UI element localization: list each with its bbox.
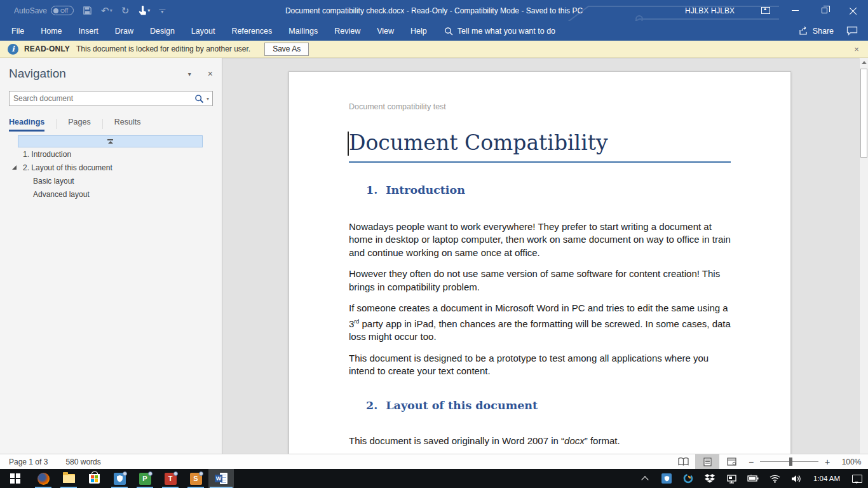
- tab-results[interactable]: Results: [114, 118, 141, 132]
- selected-heading-row[interactable]: [18, 135, 203, 147]
- zoom-slider[interactable]: [760, 461, 818, 463]
- tab-home[interactable]: Home: [32, 21, 70, 41]
- minimize-button[interactable]: [780, 0, 810, 21]
- autosave-toggle[interactable]: AutoSave Off: [14, 6, 74, 15]
- zoom-slider-handle[interactable]: [789, 458, 792, 466]
- shield-app-icon: [114, 473, 126, 485]
- customize-qat-icon[interactable]: —▾: [159, 8, 165, 13]
- heading-item-advanced-layout[interactable]: Advanced layout: [0, 187, 222, 201]
- start-button[interactable]: [0, 469, 31, 488]
- tray-expand-button[interactable]: [634, 469, 656, 488]
- taskbar-firefox[interactable]: [31, 469, 56, 488]
- redo-icon[interactable]: ↻: [121, 6, 130, 15]
- tab-help[interactable]: Help: [402, 21, 435, 41]
- sync-icon: [683, 473, 693, 484]
- share-label: Share: [813, 27, 834, 36]
- search-icon: [444, 27, 453, 36]
- tray-shield[interactable]: [656, 469, 677, 488]
- touch-mode-dropdown-icon[interactable]: ▾: [147, 8, 150, 13]
- close-icon: [850, 7, 857, 15]
- close-button[interactable]: [839, 0, 868, 21]
- web-layout-button[interactable]: [719, 454, 743, 470]
- microsoft-store-icon: [89, 474, 100, 484]
- tab-headings[interactable]: Headings: [9, 118, 44, 132]
- search-input[interactable]: [10, 94, 194, 103]
- account-name[interactable]: HJLBX HJLBX: [685, 6, 735, 15]
- undo-icon[interactable]: ↶▾: [101, 6, 112, 15]
- word-count[interactable]: 580 words: [65, 458, 100, 466]
- comments-icon[interactable]: [846, 26, 858, 36]
- tab-layout[interactable]: Layout: [183, 21, 224, 41]
- search-box: ▾: [9, 91, 213, 106]
- tab-design[interactable]: Design: [142, 21, 183, 41]
- taskbar-t-app[interactable]: T: [158, 469, 183, 488]
- taskbar-store[interactable]: [81, 469, 107, 488]
- file-explorer-icon: [63, 474, 75, 483]
- volume-icon: [791, 475, 801, 483]
- zoom-out-button[interactable]: −: [743, 457, 759, 467]
- tray-dropbox[interactable]: [699, 469, 721, 488]
- tab-mailings[interactable]: Mailings: [280, 21, 326, 41]
- tray-battery[interactable]: [742, 469, 764, 488]
- zoom-level[interactable]: 100%: [835, 458, 868, 466]
- tab-draw[interactable]: Draw: [107, 21, 142, 41]
- taskbar-s-app[interactable]: S: [183, 469, 208, 488]
- tray-remote-display[interactable]: [721, 469, 742, 488]
- navigation-pane: Navigation ▾ × ▾ Headings Pages Results: [0, 58, 222, 454]
- tray-volume[interactable]: [785, 469, 807, 488]
- banner-close-icon[interactable]: ×: [851, 44, 862, 54]
- zoom-in-button[interactable]: +: [820, 457, 835, 467]
- ribbon-display-options-icon: [761, 7, 770, 14]
- search-magnifier-icon[interactable]: [194, 94, 204, 104]
- taskbar-shield-app[interactable]: [107, 469, 132, 488]
- scrollbar-up-arrow-icon[interactable]: [860, 58, 868, 67]
- tab-insert[interactable]: Insert: [71, 21, 107, 41]
- tell-me-box[interactable]: Tell me what you want to do: [444, 27, 555, 36]
- taskbar-p-app[interactable]: P: [132, 469, 158, 488]
- document-canvas[interactable]: Document compatibility test Document Com…: [222, 58, 859, 454]
- vertical-scrollbar[interactable]: [859, 58, 868, 454]
- print-layout-icon: [703, 458, 712, 466]
- windows-logo-icon: [10, 473, 20, 484]
- restore-button[interactable]: [810, 0, 839, 21]
- word-window: AutoSave Off ↶▾ ↻ ▾ —▾ Document compatib…: [0, 0, 868, 488]
- save-as-button[interactable]: Save As: [264, 43, 309, 56]
- read-mode-button[interactable]: [671, 454, 695, 470]
- document-page[interactable]: Document compatibility test Document Com…: [288, 71, 791, 454]
- undo-dropdown-icon[interactable]: ▾: [110, 8, 112, 13]
- action-center-button[interactable]: [846, 469, 868, 488]
- tab-file[interactable]: File: [0, 21, 32, 41]
- ribbon-display-options-button[interactable]: [751, 0, 780, 21]
- paragraph-4: This document is designed to be a protot…: [349, 352, 731, 378]
- scrollbar-thumb[interactable]: [860, 69, 867, 158]
- pane-close-icon[interactable]: ×: [208, 69, 213, 79]
- ribbon-tab-bar: File Home Insert Draw Design Layout Refe…: [0, 21, 868, 41]
- status-bar: Page 1 of 3 580 words − + 100%: [0, 454, 868, 469]
- save-icon[interactable]: [83, 6, 92, 15]
- chevron-up-icon: [641, 476, 648, 483]
- heading-item-layout[interactable]: 2. Layout of this document: [0, 161, 222, 174]
- print-layout-button[interactable]: [695, 454, 719, 470]
- tray-wifi[interactable]: [764, 469, 785, 488]
- collapse-triangle-icon[interactable]: [12, 165, 17, 170]
- tab-review[interactable]: Review: [326, 21, 369, 41]
- battery-icon: [747, 475, 759, 482]
- restore-icon: [822, 8, 827, 13]
- heading-item-introduction[interactable]: 1. Introduction: [0, 147, 222, 161]
- clock[interactable]: 1:04 AM: [807, 475, 846, 482]
- display-lock-icon: [726, 474, 737, 484]
- share-button[interactable]: Share: [799, 26, 834, 36]
- tray-sync[interactable]: [677, 469, 699, 488]
- tab-references[interactable]: References: [223, 21, 280, 41]
- page-indicator[interactable]: Page 1 of 3: [9, 458, 48, 466]
- tab-view[interactable]: View: [369, 21, 402, 41]
- pane-options-chevron-icon[interactable]: ▾: [188, 71, 191, 78]
- heading-item-basic-layout[interactable]: Basic layout: [0, 174, 222, 187]
- tab-pages[interactable]: Pages: [68, 118, 90, 132]
- taskbar-word[interactable]: W: [208, 469, 234, 488]
- touch-mouse-mode-icon[interactable]: ▾: [138, 6, 150, 16]
- paragraph-5: This document is saved originally in Wor…: [349, 435, 731, 448]
- search-dropdown-icon[interactable]: ▾: [207, 96, 209, 102]
- autosave-switch-icon: Off: [51, 6, 74, 15]
- taskbar-file-explorer[interactable]: [56, 469, 81, 488]
